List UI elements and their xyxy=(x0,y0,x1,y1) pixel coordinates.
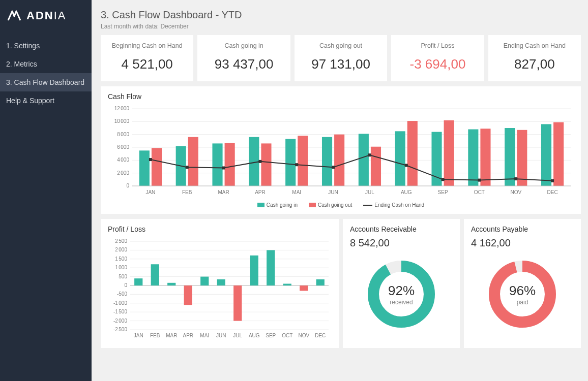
svg-rect-18 xyxy=(188,137,198,186)
svg-text:-2 000: -2 000 xyxy=(113,318,127,324)
svg-rect-41 xyxy=(468,130,478,186)
svg-rect-54 xyxy=(295,163,298,166)
svg-text:2 000: 2 000 xyxy=(117,170,129,176)
page-title: 3. Cash Flow Dashboard - YTD xyxy=(101,9,581,21)
svg-text:-1 000: -1 000 xyxy=(113,300,127,306)
brand-logo: ADNIA xyxy=(0,9,92,37)
svg-text:MAR: MAR xyxy=(218,189,229,195)
svg-rect-108 xyxy=(316,279,325,285)
kpi-3: Profit / Loss-3 694,00 xyxy=(391,35,484,81)
svg-text:2 000: 2 000 xyxy=(115,247,127,252)
svg-rect-44 xyxy=(505,128,515,186)
svg-text:1 500: 1 500 xyxy=(115,256,127,262)
svg-text:JUN: JUN xyxy=(216,333,226,338)
svg-rect-56 xyxy=(368,153,371,156)
profitloss-panel: Profit / Loss -2 500-2 000-1 500-1 000-5… xyxy=(101,219,339,348)
svg-text:FEB: FEB xyxy=(150,333,160,338)
receivable-title: Accounts Receivable xyxy=(350,225,453,233)
svg-rect-61 xyxy=(551,179,554,182)
svg-rect-20 xyxy=(212,143,222,186)
svg-text:OCT: OCT xyxy=(282,333,292,338)
sidebar: ADNIA 1. Settings2. Metrics3. Cash Flow … xyxy=(0,0,92,381)
svg-text:-1 500: -1 500 xyxy=(113,309,127,314)
svg-rect-21 xyxy=(225,143,235,186)
profitloss-chart: -2 500-2 000-1 500-1 000-50005001 0001 5… xyxy=(108,238,332,340)
receivable-panel: Accounts Receivable 8 542,00 92% receive… xyxy=(343,219,460,348)
svg-text:APR: APR xyxy=(183,333,193,338)
svg-text:10 000: 10 000 xyxy=(114,118,130,124)
svg-rect-42 xyxy=(480,129,490,186)
svg-rect-45 xyxy=(517,130,527,186)
svg-text:JAN: JAN xyxy=(145,189,155,195)
svg-text:MAI: MAI xyxy=(292,189,301,195)
svg-text:APR: APR xyxy=(255,189,266,195)
sidebar-item-0[interactable]: 1. Settings xyxy=(0,37,92,55)
sidebar-item-3[interactable]: Help & Support xyxy=(0,91,92,110)
svg-text:1 000: 1 000 xyxy=(115,265,127,270)
svg-rect-92 xyxy=(184,285,192,305)
profitloss-title: Profit / Loss xyxy=(108,225,332,233)
kpi-row: Beginning Cash on Hand4 521,00Cash going… xyxy=(101,35,581,81)
page-header: 3. Cash Flow Dashboard - YTD Last month … xyxy=(101,9,581,30)
svg-text:12 000: 12 000 xyxy=(114,106,130,111)
svg-text:0: 0 xyxy=(126,183,129,188)
logo-icon xyxy=(7,10,22,21)
cashflow-legend: Cash going in Cash going out Ending Cash… xyxy=(108,202,574,208)
payable-center: 96% paid xyxy=(509,283,536,306)
svg-text:0: 0 xyxy=(124,282,127,288)
svg-rect-94 xyxy=(200,277,209,285)
sidebar-nav: 1. Settings2. Metrics3. Cash Flow Dashbo… xyxy=(0,37,92,110)
svg-rect-38 xyxy=(431,132,442,186)
svg-rect-104 xyxy=(283,284,291,285)
svg-text:JUL: JUL xyxy=(365,189,374,195)
payable-value: 4 162,00 xyxy=(471,237,574,249)
svg-rect-24 xyxy=(261,143,271,186)
svg-rect-86 xyxy=(134,278,142,285)
svg-text:FEB: FEB xyxy=(182,189,192,195)
svg-rect-55 xyxy=(332,166,335,169)
legend-out: Cash going out xyxy=(318,202,352,208)
svg-rect-57 xyxy=(405,164,408,167)
svg-rect-53 xyxy=(258,160,261,163)
svg-rect-59 xyxy=(478,179,481,182)
svg-rect-39 xyxy=(444,120,454,186)
svg-text:8 000: 8 000 xyxy=(117,132,129,137)
svg-rect-36 xyxy=(407,121,418,186)
svg-text:MAI: MAI xyxy=(200,333,209,338)
svg-rect-98 xyxy=(233,285,242,321)
svg-rect-35 xyxy=(395,131,405,186)
svg-text:NOV: NOV xyxy=(510,189,521,195)
sidebar-item-2[interactable]: 3. Cash Flow Dashboard xyxy=(0,73,92,91)
svg-text:AUG: AUG xyxy=(401,189,412,195)
svg-text:2 500: 2 500 xyxy=(115,238,127,244)
svg-rect-30 xyxy=(334,135,344,186)
main: 3. Cash Flow Dashboard - YTD Last month … xyxy=(92,0,588,381)
svg-rect-33 xyxy=(371,147,381,186)
svg-text:6 000: 6 000 xyxy=(117,144,129,150)
svg-text:-2 500: -2 500 xyxy=(113,327,127,332)
svg-rect-27 xyxy=(298,136,308,186)
svg-text:AUG: AUG xyxy=(249,333,260,338)
svg-rect-15 xyxy=(152,148,162,186)
svg-text:DEC: DEC xyxy=(315,333,326,338)
svg-rect-60 xyxy=(514,177,517,180)
svg-text:SEP: SEP xyxy=(438,189,448,195)
svg-text:OCT: OCT xyxy=(474,189,485,195)
legend-in: Cash going in xyxy=(267,202,298,208)
svg-rect-32 xyxy=(359,134,369,186)
svg-text:NOV: NOV xyxy=(298,333,309,338)
lower-row: Profit / Loss -2 500-2 000-1 500-1 000-5… xyxy=(101,219,581,348)
cashflow-panel: Cash Flow 02 0004 0006 0008 00010 00012 … xyxy=(101,86,581,214)
svg-rect-88 xyxy=(151,264,159,285)
svg-rect-96 xyxy=(217,279,225,285)
payable-title: Accounts Payable xyxy=(471,225,574,233)
page-subtitle: Last month with data: December xyxy=(101,23,581,30)
brand-name: ADNIA xyxy=(26,9,66,22)
svg-rect-102 xyxy=(267,250,275,285)
svg-rect-50 xyxy=(149,158,152,161)
sidebar-item-1[interactable]: 2. Metrics xyxy=(0,55,92,73)
svg-rect-106 xyxy=(300,285,308,291)
cashflow-chart: 02 0004 0006 0008 00010 00012 000JANFEBM… xyxy=(108,106,574,199)
kpi-1: Cash going in93 437,00 xyxy=(197,35,290,81)
svg-text:JUL: JUL xyxy=(233,333,242,338)
